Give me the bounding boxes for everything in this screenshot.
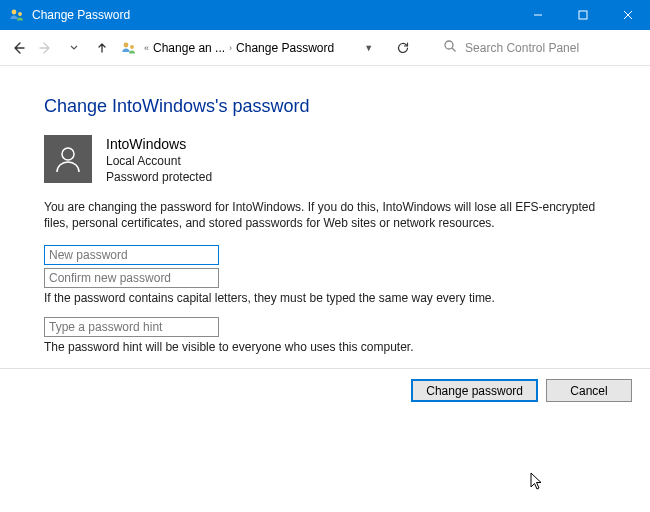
svg-point-10 — [62, 148, 74, 160]
cancel-button[interactable]: Cancel — [546, 379, 632, 402]
svg-point-0 — [12, 10, 17, 15]
breadcrumb-part-1[interactable]: Change an ... — [153, 41, 225, 55]
user-accounts-icon — [9, 7, 25, 23]
back-button[interactable] — [6, 36, 30, 60]
window-title: Change Password — [32, 8, 515, 22]
recent-locations-button[interactable] — [62, 36, 86, 60]
user-account-type: Local Account — [106, 153, 212, 169]
caps-note: If the password contains capital letters… — [44, 291, 606, 305]
svg-rect-3 — [579, 11, 587, 19]
refresh-button[interactable] — [391, 36, 415, 60]
warning-text: You are changing the password for IntoWi… — [44, 199, 604, 231]
svg-point-6 — [124, 42, 129, 47]
user-name: IntoWindows — [106, 135, 212, 153]
chevron-down-icon[interactable]: ▼ — [364, 43, 373, 53]
button-row: Change password Cancel — [0, 369, 650, 402]
titlebar: Change Password — [0, 0, 650, 30]
avatar — [44, 135, 92, 183]
page-title: Change IntoWindows's password — [44, 96, 606, 117]
forward-button[interactable] — [34, 36, 58, 60]
svg-point-1 — [18, 12, 22, 16]
search-icon — [443, 39, 457, 56]
svg-point-8 — [445, 41, 453, 49]
hint-note: The password hint will be visible to eve… — [44, 340, 606, 354]
breadcrumb-sep-icon: « — [144, 43, 149, 53]
change-password-button[interactable]: Change password — [411, 379, 538, 402]
search-box[interactable] — [435, 36, 644, 60]
navbar: « Change an ... › Change Password ▼ — [0, 30, 650, 66]
confirm-password-input[interactable] — [44, 268, 219, 288]
user-accounts-crumb-icon — [120, 39, 138, 57]
breadcrumb-part-2[interactable]: Change Password — [236, 41, 334, 55]
content-area: Change IntoWindows's password IntoWindow… — [0, 66, 650, 402]
new-password-input[interactable] — [44, 245, 219, 265]
user-password-status: Password protected — [106, 169, 212, 185]
svg-point-7 — [130, 45, 134, 49]
breadcrumb[interactable]: « Change an ... › Change Password ▼ — [144, 41, 373, 55]
password-hint-input[interactable] — [44, 317, 219, 337]
svg-line-9 — [452, 48, 456, 52]
cursor-icon — [530, 472, 544, 495]
close-button[interactable] — [605, 0, 650, 30]
minimize-button[interactable] — [515, 0, 560, 30]
maximize-button[interactable] — [560, 0, 605, 30]
up-button[interactable] — [90, 36, 114, 60]
chevron-right-icon: › — [229, 43, 232, 53]
search-input[interactable] — [465, 41, 636, 55]
user-info-row: IntoWindows Local Account Password prote… — [44, 135, 606, 185]
